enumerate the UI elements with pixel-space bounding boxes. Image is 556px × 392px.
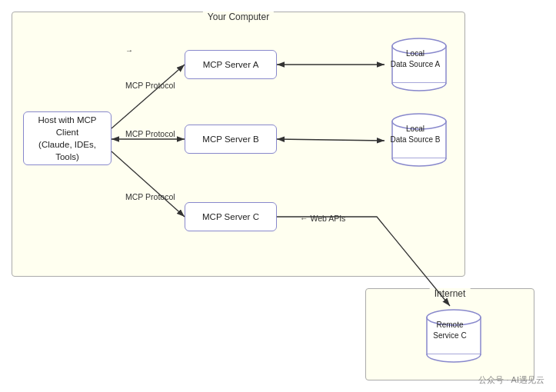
mcp-protocol-label-c: MCP Protocol (125, 192, 175, 201)
diagram-container: Your Computer Internet Host with MCP Cli… (0, 0, 556, 392)
remote-service-c: RemoteService C (419, 306, 488, 367)
mcp-protocol-label-a: MCP Protocol (125, 81, 175, 90)
server-c-label: MCP Server C (202, 211, 259, 223)
server-a-label: MCP Server A (203, 58, 259, 71)
remote-service-c-label: RemoteService C (419, 320, 481, 341)
computer-label: Your Computer (203, 12, 274, 22)
server-b-label: MCP Server B (202, 133, 258, 145)
server-b-box: MCP Server B (185, 125, 277, 154)
watermark: 公众号 · AI遇见云 (478, 374, 544, 386)
internet-label: Internet (430, 288, 471, 299)
web-apis-label: ← Web APIs (300, 214, 345, 223)
host-box: Host with MCP Client(Claude, IDEs, Tools… (23, 111, 112, 165)
mcp-protocol-label-b: MCP Protocol (125, 129, 175, 138)
server-a-box: MCP Server A (185, 50, 277, 79)
host-label: Host with MCP Client(Claude, IDEs, Tools… (30, 114, 105, 163)
local-data-source-b: LocalData Source B (385, 110, 454, 171)
server-c-box: MCP Server C (185, 202, 277, 231)
arrow-indicator-a: → (125, 46, 133, 55)
local-data-source-a-label: LocalData Source A (385, 48, 446, 69)
local-data-source-b-label: LocalData Source B (385, 124, 446, 145)
local-data-source-a: LocalData Source A (385, 35, 454, 96)
